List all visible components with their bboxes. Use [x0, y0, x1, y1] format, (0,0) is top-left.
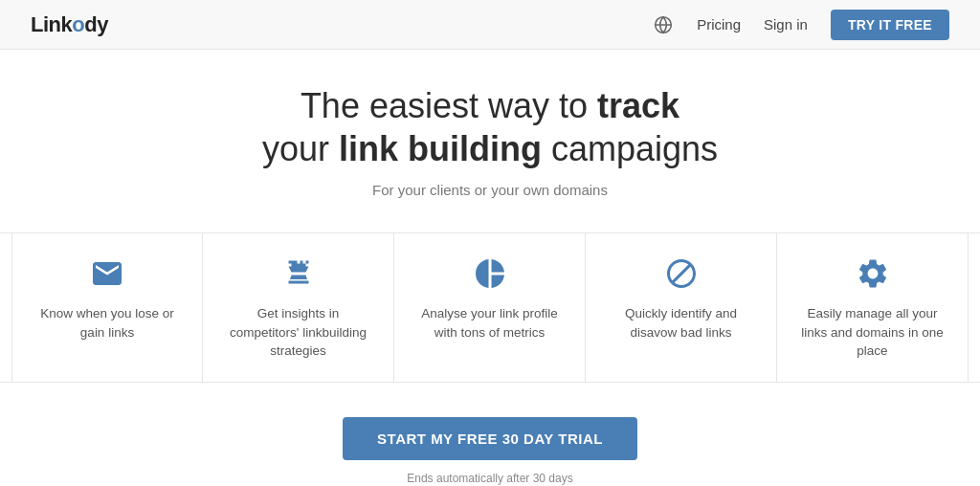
feature-item-analyse: Analyse your link profile with tons of m… — [394, 233, 586, 382]
main-content: The easiest way to track your link build… — [0, 50, 980, 486]
pricing-link[interactable]: Pricing — [697, 16, 741, 33]
feature-text-analyse: Analyse your link profile with tons of m… — [413, 304, 566, 342]
hero-subtitle: For your clients or your own domains — [372, 182, 608, 198]
logo[interactable]: Linkody — [31, 12, 108, 37]
feature-text-manage: Easily manage all your links and domains… — [796, 304, 948, 361]
feature-text-disavow: Quickly identify and disavow bad links — [605, 304, 757, 342]
signin-link[interactable]: Sign in — [764, 16, 808, 33]
try-it-free-button[interactable]: TRY IT FREE — [831, 10, 949, 40]
block-icon — [662, 254, 701, 293]
feature-item-links: Know when you lose or gain links — [11, 233, 203, 382]
hero-title: The easiest way to track your link build… — [262, 84, 718, 170]
globe-icon[interactable] — [653, 14, 674, 35]
feature-item-disavow: Quickly identify and disavow bad links — [586, 233, 777, 382]
chart-icon — [471, 254, 509, 293]
cta-note: Ends automatically after 30 days No cred… — [407, 470, 572, 486]
feature-item-manage: Easily manage all your links and domains… — [777, 233, 969, 382]
feature-text-links: Know when you lose or gain links — [32, 304, 183, 342]
feature-text-competitors: Get insights in competitors' linkbuildin… — [222, 304, 374, 361]
trial-button[interactable]: START MY FREE 30 DAY TRIAL — [343, 417, 637, 460]
chess-icon — [279, 254, 318, 293]
gear-icon — [854, 254, 892, 293]
features-row: Know when you lose or gain links Get ins… — [0, 232, 980, 383]
feature-item-competitors: Get insights in competitors' linkbuildin… — [203, 233, 394, 382]
cta-section: START MY FREE 30 DAY TRIAL Ends automati… — [343, 417, 637, 486]
email-icon — [88, 254, 126, 293]
main-nav: Pricing Sign in TRY IT FREE — [653, 10, 949, 40]
